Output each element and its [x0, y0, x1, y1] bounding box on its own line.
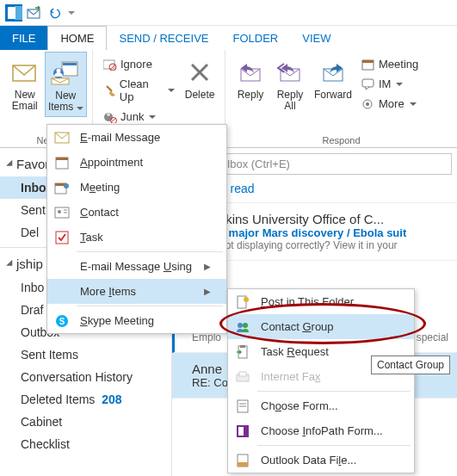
delete-button[interactable]: Delete	[180, 52, 219, 126]
message-preview-right: special	[417, 331, 448, 343]
svg-rect-22	[362, 79, 374, 87]
qat-send-receive-icon[interactable]	[24, 3, 45, 23]
message-subject: role in major Mars discovery / Ebola sui…	[192, 226, 448, 239]
calendar-icon	[361, 59, 375, 71]
more-respond-button[interactable]: More	[356, 95, 423, 113]
forward-button[interactable]: Forward	[310, 52, 356, 115]
skype-icon: S	[52, 312, 71, 331]
submenu-contact-group[interactable]: Contact Group	[228, 314, 414, 339]
tab-file[interactable]: FILE	[0, 26, 47, 50]
meeting-button[interactable]: Meeting	[356, 55, 423, 73]
nav-checklist[interactable]: Checklist	[0, 433, 171, 455]
form-icon	[233, 397, 252, 416]
svg-text:S: S	[59, 317, 65, 326]
fax-icon	[233, 368, 252, 386]
nav-conversation-history[interactable]: Conversation History	[0, 366, 171, 388]
svg-point-24	[366, 102, 369, 106]
new-items-button[interactable]: New Items	[45, 52, 87, 117]
svg-rect-27	[56, 158, 68, 160]
qat-customize-icon[interactable]	[65, 3, 77, 23]
menu-task[interactable]: Task	[47, 225, 226, 250]
tab-folder[interactable]: FOLDER	[221, 26, 291, 50]
reply-arrow-icon	[238, 63, 262, 82]
svg-rect-21	[362, 60, 374, 63]
message-from: s Hopkins University Office of C...	[192, 212, 448, 226]
envelope-icon	[52, 128, 71, 147]
ignore-icon	[103, 59, 117, 71]
ribbon-tabs: FILE HOME SEND / RECEIVE FOLDER VIEW	[0, 26, 457, 50]
menu-email-message[interactable]: E-mail Message	[47, 125, 226, 150]
envelope-icon	[12, 61, 38, 83]
cleanup-button[interactable]: Clean Up	[98, 75, 180, 106]
post-icon	[233, 293, 252, 312]
delete-x-icon	[189, 62, 210, 83]
gear-icon	[361, 98, 375, 110]
menu-skype-meeting[interactable]: SSkype Meeting	[47, 308, 226, 333]
tab-home[interactable]: HOME	[47, 26, 107, 50]
submenu-choose-form[interactable]: Choose Form...	[228, 393, 414, 418]
svg-point-39	[244, 297, 249, 302]
data-file-icon	[233, 451, 252, 470]
qat-undo-icon[interactable]	[45, 3, 65, 23]
ribbon-group-respond-label: Respond	[231, 133, 452, 147]
svg-point-40	[238, 323, 243, 328]
contact-group-icon	[233, 318, 252, 337]
outlook-logo-icon	[3, 3, 24, 23]
svg-rect-52	[238, 462, 248, 467]
menu-more-items[interactable]: More Items▶	[47, 279, 226, 304]
svg-line-10	[107, 86, 112, 91]
submenu-post-in-folder[interactable]: Post in This Folder	[228, 289, 414, 314]
menu-contact[interactable]: Contact	[47, 200, 226, 225]
infopath-icon	[233, 422, 252, 441]
task-request-icon	[233, 343, 252, 362]
menu-appointment[interactable]: Appointment	[47, 150, 226, 175]
filter-unread[interactable]: read	[231, 182, 255, 195]
quick-access-toolbar	[0, 0, 457, 26]
new-items-menu: E-mail Message Appointment Meeting Conta…	[46, 124, 227, 334]
submenu-choose-infopath[interactable]: Choose InfoPath Form...	[228, 418, 414, 443]
ignore-button[interactable]: Ignore	[98, 55, 180, 73]
junk-icon	[103, 111, 117, 123]
menu-email-using[interactable]: E-mail Message Using▶	[47, 254, 226, 279]
nav-cabinet[interactable]: Cabinet	[0, 411, 171, 433]
tab-view[interactable]: VIEW	[290, 26, 343, 50]
svg-point-12	[107, 113, 110, 116]
reply-all-arrow-icon	[277, 63, 303, 82]
speech-bubble-icon	[361, 78, 375, 90]
junk-button[interactable]: Junk	[98, 108, 180, 126]
svg-rect-45	[239, 372, 246, 376]
message-preview: email not displaying correctly? View it …	[192, 239, 448, 251]
contact-card-icon	[52, 203, 71, 222]
nav-sent-items[interactable]: Sent Items	[0, 343, 171, 366]
calendar-icon	[52, 153, 71, 172]
reply-all-button[interactable]: Reply All	[270, 52, 310, 115]
tooltip-contact-group: Contact Group	[371, 355, 450, 374]
svg-rect-43	[240, 345, 245, 348]
svg-point-5	[57, 69, 61, 73]
menu-meeting[interactable]: Meeting	[47, 175, 226, 200]
svg-rect-3	[63, 63, 77, 65]
task-check-icon	[52, 228, 71, 247]
submenu-outlook-data-file[interactable]: Outlook Data File...	[228, 448, 414, 473]
reply-button[interactable]: Reply	[231, 52, 270, 115]
tab-send-receive[interactable]: SEND / RECEIVE	[107, 26, 220, 50]
svg-point-41	[243, 323, 248, 328]
more-items-submenu: Post in This Folder Contact Group Task R…	[227, 288, 415, 473]
new-items-icon	[51, 61, 80, 85]
im-button[interactable]: IM	[356, 75, 423, 93]
meeting-icon	[52, 178, 71, 197]
nav-deleted-items[interactable]: Deleted Items 208	[0, 388, 171, 411]
forward-arrow-icon	[321, 63, 345, 82]
new-email-button[interactable]: New Email	[5, 52, 45, 117]
svg-rect-50	[238, 427, 244, 436]
svg-point-32	[58, 210, 61, 213]
svg-point-30	[64, 183, 69, 189]
broom-icon	[103, 84, 116, 96]
